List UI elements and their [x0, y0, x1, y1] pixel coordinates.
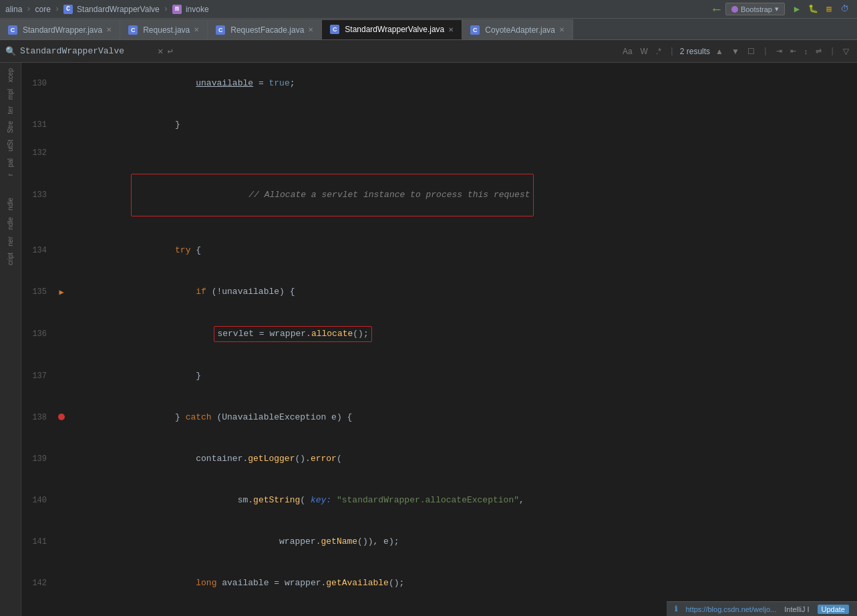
line-num-135: 135 [21, 271, 55, 313]
gutter-label-stre[interactable]: Stre [5, 118, 15, 136]
tabs-bar: C StandardWrapper.java ✕ C Request.java … [0, 19, 857, 40]
line-row-138: 138 } catch (UnavailableException e) { [21, 397, 857, 438]
line-row-132: 132 [21, 146, 857, 160]
var-servlet: servlet [217, 329, 254, 339]
line-gutter-130 [55, 63, 68, 104]
breakpoint-138[interactable] [58, 414, 65, 420]
gutter-label-mpl[interactable]: mpl [5, 86, 15, 102]
run-controls: ▶ 🐛 ▤ ⏱ [790, 3, 852, 16]
coverage-button[interactable]: ▤ [822, 3, 836, 16]
search-results-count: 2 results [680, 47, 710, 56]
prev-result-btn[interactable]: ▲ [713, 45, 726, 57]
search-replace[interactable]: ↩ [167, 45, 172, 57]
code-brace: } [134, 120, 180, 130]
filter-btn3[interactable]: ↕ [802, 46, 811, 57]
tab-close-3[interactable]: ✕ [308, 26, 313, 33]
status-url[interactable]: https://blog.csdn.net/weljo... [685, 605, 776, 613]
filter-btn1[interactable]: ⇥ [774, 45, 785, 57]
line-gutter-140 [55, 480, 68, 521]
tab-standardwrappervalve[interactable]: C StandardWrapperValve.java ✕ [322, 19, 462, 39]
p-140-1: ( [300, 495, 311, 505]
breadcrumb-alina: alina [5, 5, 22, 14]
tab-close-4[interactable]: ✕ [448, 26, 454, 33]
update-button[interactable]: Update [818, 605, 849, 614]
line-num-142: 142 [21, 563, 55, 604]
main-layout: xcep mpl ter Stre utSt pal r ndle ndle n… [0, 63, 857, 616]
status-bar: ℹ https://blog.csdn.net/weljo... Intelli… [667, 601, 857, 616]
search-input[interactable] [20, 46, 154, 56]
expand-btn[interactable]: ☐ [745, 45, 757, 57]
tab-close-5[interactable]: ✕ [559, 26, 564, 33]
tab-close-2[interactable]: ✕ [194, 26, 199, 33]
tab-request[interactable]: C Request.java ✕ [120, 19, 208, 39]
line-num-132: 132 [21, 146, 55, 160]
method-getavailable: getAvailable [326, 578, 389, 588]
tab-close-1[interactable]: ✕ [106, 26, 112, 33]
method-allocate: allocate [311, 329, 353, 339]
back-icon[interactable]: ⟵ [713, 3, 720, 16]
line-gutter-143: ▶ [55, 604, 68, 616]
match-case-btn[interactable]: Aa [620, 45, 635, 57]
gutter-label-ter[interactable]: ter [5, 104, 15, 117]
code-paren: (! [206, 287, 222, 297]
line-code-136: servlet = wrapper.allocate(); [68, 313, 857, 355]
code-area[interactable]: 130 unavailable = true; 131 } [21, 63, 857, 616]
gutter-label-ndle1[interactable]: ndle [5, 195, 15, 213]
gutter-label-ner[interactable]: ner [5, 234, 15, 249]
run-button[interactable]: ▶ [790, 3, 804, 16]
top-bar-right: ⟵ Bootstrap ▾ ▶ 🐛 ▤ ⏱ [713, 3, 852, 16]
whole-word-btn[interactable]: W [638, 45, 651, 57]
method-getname-141: getName [321, 536, 357, 547]
gutter-label-pal[interactable]: pal [5, 156, 15, 170]
line-row-130: 130 unavailable = true; [21, 63, 857, 104]
breadcrumb-valve: StandardWrapperValve [77, 5, 160, 14]
method-getlogger: getLogger [248, 454, 295, 464]
line-row-136: 136 servlet = wrapper.allocate(); [21, 313, 857, 355]
tab-coyoteadapter[interactable]: C CoyoteAdapter.java ✕ [462, 19, 573, 39]
p1392: ( [337, 454, 342, 464]
tab-icon-5: C [470, 25, 480, 35]
dot-1: . [306, 329, 311, 339]
filter-toggle-btn[interactable]: ▽ [840, 45, 852, 57]
line-code-142: long available = wrapper.getAvailable(); [68, 563, 857, 604]
p-140-3: , [519, 495, 524, 505]
profile-button[interactable]: ⏱ [838, 3, 852, 16]
gutter-label-r[interactable]: r [5, 171, 15, 178]
line-gutter-134 [55, 230, 68, 271]
line-num-139: 139 [21, 438, 55, 480]
tab-standardwrapper[interactable]: C StandardWrapper.java ✕ [0, 19, 120, 39]
divider-1: | [669, 46, 675, 56]
var-wrapper-142: wrapper [285, 578, 321, 588]
gutter-label-ndle2[interactable]: ndle [5, 214, 15, 233]
code-138-brace: } [134, 412, 186, 422]
search-clear[interactable]: ✕ [158, 45, 163, 57]
debug-arrow-135: ▶ [59, 288, 63, 297]
param-key-140: key: [311, 495, 331, 505]
line-code-141: wrapper.getName()), e); [68, 521, 857, 563]
line-code-138: } catch (UnavailableException e) { [68, 397, 857, 438]
gutter-label-utst[interactable]: utSt [5, 137, 15, 154]
debug-button[interactable]: 🐛 [806, 3, 820, 16]
next-result-btn[interactable]: ▼ [729, 45, 742, 57]
bootstrap-button[interactable]: Bootstrap ▾ [725, 3, 785, 15]
line-code-132 [68, 146, 857, 160]
tab-icon-4: C [330, 25, 339, 34]
regex-btn[interactable]: .* [653, 45, 664, 57]
tab-requestfacade[interactable]: C RequestFacade.java ✕ [208, 19, 322, 39]
highlight-box-136: servlet = wrapper.allocate(); [214, 326, 371, 342]
tab-icon-2: C [128, 25, 138, 35]
filter-btn4[interactable]: ⇌ [813, 45, 824, 57]
line-code-131: } [68, 104, 857, 146]
code-140-indent [134, 495, 238, 505]
tab-label-2: Request.java [143, 25, 190, 35]
gutter-label-cript[interactable]: cript [5, 250, 15, 268]
filter-btn2[interactable]: ⇤ [788, 45, 799, 57]
line-row-131: 131 } [21, 104, 857, 146]
p-140-2 [331, 495, 337, 505]
info-icon: ℹ [675, 605, 677, 613]
kw-catch: catch [186, 412, 212, 422]
gutter-label-xcep[interactable]: xcep [5, 65, 15, 85]
line-gutter-133 [55, 160, 68, 230]
line-row-134: 134 try { [21, 230, 857, 271]
line-num-130: 130 [21, 63, 55, 104]
